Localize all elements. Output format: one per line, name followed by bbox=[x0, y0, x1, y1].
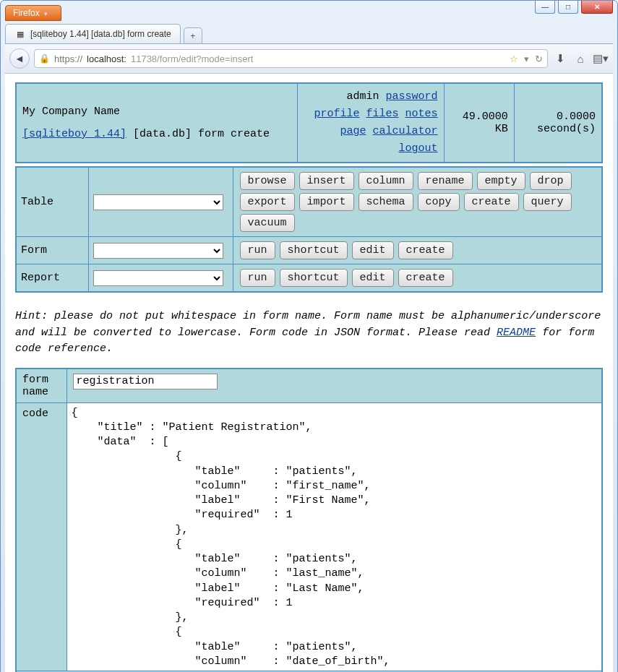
dropdown-icon[interactable]: ▾ bbox=[524, 53, 529, 64]
table-select[interactable] bbox=[93, 194, 223, 210]
firefox-menu-button[interactable]: Firefox bbox=[5, 5, 61, 21]
report-create-button[interactable]: create bbox=[398, 269, 453, 287]
table-buttons-cell: browseinsertcolumnrenameemptydropexporti… bbox=[233, 167, 602, 237]
table-insert-button[interactable]: insert bbox=[299, 172, 354, 190]
form-buttons-cell: runshortcuteditcreate bbox=[233, 237, 602, 264]
browser-tab[interactable]: ▦ [sqliteboy 1.44] [data.db] form create bbox=[5, 24, 181, 43]
size-unit: KB bbox=[495, 123, 508, 135]
url-path: 11738/form/edit?mode=insert bbox=[131, 53, 505, 64]
report-run-button[interactable]: run bbox=[240, 269, 275, 287]
new-tab-button[interactable]: + bbox=[184, 27, 202, 43]
window-close-button[interactable]: ✕ bbox=[581, 1, 613, 14]
table-copy-button[interactable]: copy bbox=[418, 193, 460, 211]
url-bar[interactable]: 🔒 https://localhost:11738/form/edit?mode… bbox=[34, 49, 548, 68]
form-select[interactable] bbox=[93, 243, 223, 259]
table-create-button[interactable]: create bbox=[464, 193, 519, 211]
toolbar-table: Table browseinsertcolumnrenameemptydrope… bbox=[15, 166, 603, 293]
code-textarea[interactable] bbox=[67, 403, 602, 671]
report-shortcut-button[interactable]: shortcut bbox=[280, 269, 348, 287]
brand-link[interactable]: [sqliteboy 1.44] bbox=[22, 128, 126, 140]
db-name: [data.db] bbox=[133, 128, 192, 140]
nav-toolbar: ◄ 🔒 https://localhost:11738/form/edit?mo… bbox=[5, 44, 613, 74]
files-link[interactable]: files bbox=[366, 108, 398, 120]
profile-link[interactable]: profile bbox=[314, 108, 359, 120]
bookmarks-menu-icon[interactable]: ▤▾ bbox=[593, 51, 609, 66]
header-table: My Company Name [sqliteboy 1.44] [data.d… bbox=[15, 82, 603, 163]
form-create-button[interactable]: create bbox=[398, 241, 453, 259]
reload-icon[interactable]: ↻ bbox=[535, 53, 543, 64]
time-unit: second(s) bbox=[537, 123, 596, 135]
table-drop-button[interactable]: drop bbox=[530, 172, 572, 190]
table-query-button[interactable]: query bbox=[523, 193, 572, 211]
table-rename-button[interactable]: rename bbox=[418, 172, 473, 190]
report-buttons-cell: runshortcuteditcreate bbox=[233, 264, 602, 293]
table-export-button[interactable]: export bbox=[240, 193, 295, 211]
page-link[interactable]: page bbox=[340, 125, 366, 137]
company-name: My Company Name bbox=[22, 105, 291, 118]
url-scheme: https:// bbox=[54, 53, 82, 64]
table-import-button[interactable]: import bbox=[299, 193, 354, 211]
window-maximize-button[interactable]: □ bbox=[558, 1, 578, 14]
tab-bar: ▦ [sqliteboy 1.44] [data.db] form create… bbox=[5, 24, 613, 44]
form-run-button[interactable]: run bbox=[240, 241, 275, 259]
report-select[interactable] bbox=[93, 270, 223, 286]
page-content: My Company Name [sqliteboy 1.44] [data.d… bbox=[5, 74, 613, 672]
table-row-label: Table bbox=[16, 167, 88, 237]
code-label: code bbox=[16, 402, 66, 671]
report-row-label: Report bbox=[16, 264, 88, 293]
notes-link[interactable]: notes bbox=[405, 108, 438, 120]
window-frame: — □ ✕ Firefox ▦ [sqliteboy 1.44] [data.d… bbox=[0, 0, 618, 672]
table-column-button[interactable]: column bbox=[359, 172, 413, 190]
form-edit-button[interactable]: edit bbox=[352, 241, 394, 259]
hint-text: Hint: please do not put whitespace in fo… bbox=[15, 309, 603, 358]
user-label: admin bbox=[346, 90, 379, 103]
form-name-input[interactable] bbox=[73, 374, 218, 389]
downloads-icon[interactable]: ⬇ bbox=[552, 51, 568, 66]
url-host: localhost: bbox=[87, 53, 126, 64]
table-browse-button[interactable]: browse bbox=[240, 172, 295, 190]
calculator-link[interactable]: calculator bbox=[373, 125, 438, 137]
form-row-label: Form bbox=[16, 237, 88, 264]
tab-title: [sqliteboy 1.44] [data.db] form create bbox=[30, 29, 171, 39]
table-empty-button[interactable]: empty bbox=[477, 172, 525, 190]
form-shortcut-button[interactable]: shortcut bbox=[280, 241, 348, 259]
time-value: 0.0000 bbox=[557, 111, 596, 123]
readme-link[interactable]: README bbox=[497, 327, 536, 339]
report-edit-button[interactable]: edit bbox=[352, 269, 394, 287]
table-schema-button[interactable]: schema bbox=[359, 193, 413, 211]
back-button[interactable]: ◄ bbox=[9, 48, 30, 69]
size-value: 49.0000 bbox=[463, 111, 508, 123]
tab-favicon-icon: ▦ bbox=[14, 28, 26, 40]
home-icon[interactable]: ⌂ bbox=[572, 51, 588, 66]
form-edit-table: form name code save bbox=[15, 368, 603, 673]
logout-link[interactable]: logout bbox=[399, 142, 438, 155]
window-minimize-button[interactable]: — bbox=[535, 1, 555, 14]
bookmark-star-icon[interactable]: ☆ bbox=[510, 53, 518, 64]
form-name-label: form name bbox=[16, 369, 66, 403]
page-title: form create bbox=[198, 128, 270, 140]
table-vacuum-button[interactable]: vacuum bbox=[240, 214, 295, 232]
lock-icon: 🔒 bbox=[39, 53, 50, 64]
password-link[interactable]: password bbox=[386, 90, 438, 103]
